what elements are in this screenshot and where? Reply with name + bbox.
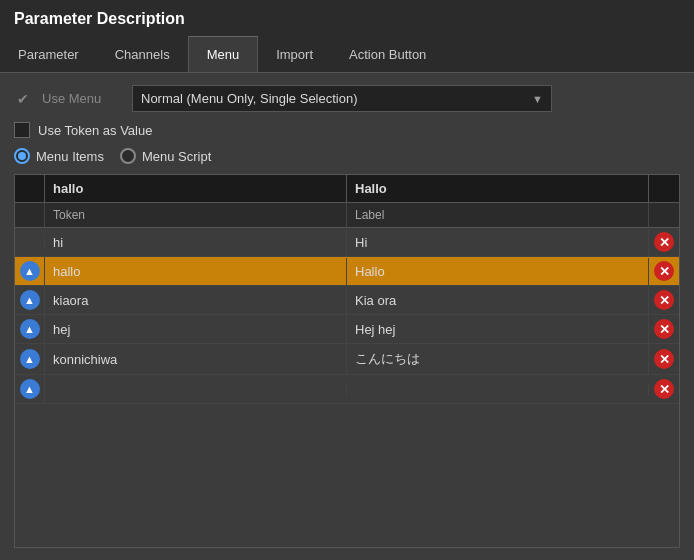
row-label-cell: [347, 383, 649, 395]
row-token-cell: konnichiwa: [45, 346, 347, 373]
menu-script-radio-button[interactable]: [120, 148, 136, 164]
menu-items-radio-button[interactable]: [14, 148, 30, 164]
row-label-cell: Hallo: [347, 258, 649, 285]
row-token-cell: [45, 383, 347, 395]
move-up-button[interactable]: ▲: [20, 379, 40, 399]
menu-items-table: hallo Hallo Token Label hi Hi: [14, 174, 680, 548]
active-label-value: Hallo: [355, 181, 387, 196]
row-token-cell: kiaora: [45, 287, 347, 314]
menu-source-radio-group: Menu Items Menu Script: [14, 148, 680, 164]
active-label-header: Hallo: [347, 175, 649, 202]
use-menu-check-icon: ✔: [14, 90, 32, 108]
active-token-header: hallo: [45, 175, 347, 202]
move-up-button[interactable]: ▲: [20, 319, 40, 339]
window-title: Parameter Description: [0, 0, 694, 36]
table-row[interactable]: ▲ hallo Hallo ✕: [15, 257, 679, 286]
menu-type-dropdown[interactable]: Normal (Menu Only, Single Selection) ▼: [132, 85, 552, 112]
row-delete-cell[interactable]: ✕: [649, 257, 679, 285]
table-body[interactable]: hi Hi ✕ ▲ hallo Hal: [15, 228, 679, 547]
menu-tab-content: ✔ Use Menu Normal (Menu Only, Single Sel…: [0, 73, 694, 560]
menu-items-radio-option[interactable]: Menu Items: [14, 148, 104, 164]
delete-row-button[interactable]: ✕: [654, 349, 674, 369]
move-up-button[interactable]: ▲: [20, 261, 40, 281]
table-row[interactable]: ▲ kiaora Kia ora ✕: [15, 286, 679, 315]
menu-items-radio-label: Menu Items: [36, 149, 104, 164]
row-up-icon-cell[interactable]: ▲: [15, 315, 45, 343]
col-header-action: [649, 203, 679, 227]
row-label-cell: Kia ora: [347, 287, 649, 314]
row-up-icon-cell[interactable]: ▲: [15, 286, 45, 314]
tab-import[interactable]: Import: [258, 36, 331, 72]
row-delete-cell[interactable]: ✕: [649, 375, 679, 403]
row-up-icon-cell[interactable]: ▲: [15, 345, 45, 373]
col-header-label: Label: [347, 203, 649, 227]
row-delete-cell[interactable]: ✕: [649, 315, 679, 343]
table-row[interactable]: ▲ konnichiwa こんにちは ✕: [15, 344, 679, 375]
dropdown-value: Normal (Menu Only, Single Selection): [141, 91, 358, 106]
table-column-headers: Token Label: [15, 203, 679, 228]
tab-channels[interactable]: Channels: [97, 36, 188, 72]
row-token-cell: hej: [45, 316, 347, 343]
row-label-cell: Hej hej: [347, 316, 649, 343]
use-menu-row: ✔ Use Menu Normal (Menu Only, Single Sel…: [14, 85, 680, 112]
dropdown-arrow-icon: ▼: [532, 93, 543, 105]
title-text: Parameter Description: [14, 10, 185, 27]
menu-script-radio-option[interactable]: Menu Script: [120, 148, 211, 164]
row-token-cell: hallo: [45, 258, 347, 285]
delete-row-button[interactable]: ✕: [654, 379, 674, 399]
tab-menu[interactable]: Menu: [188, 36, 259, 72]
use-menu-label: Use Menu: [42, 91, 122, 106]
row-up-icon-cell[interactable]: ▲: [15, 375, 45, 403]
active-header-spacer: [15, 175, 45, 202]
col-header-token: Token: [45, 203, 347, 227]
delete-row-button[interactable]: ✕: [654, 290, 674, 310]
row-delete-cell[interactable]: ✕: [649, 228, 679, 256]
use-token-label: Use Token as Value: [38, 123, 152, 138]
active-token-value: hallo: [53, 181, 83, 196]
table-row-add[interactable]: ▲ ✕: [15, 375, 679, 404]
delete-row-button[interactable]: ✕: [654, 232, 674, 252]
row-label-cell: こんにちは: [347, 344, 649, 374]
use-token-row: Use Token as Value: [14, 122, 680, 138]
tab-bar: Parameter Channels Menu Import Action Bu…: [0, 36, 694, 73]
row-delete-cell[interactable]: ✕: [649, 345, 679, 373]
row-token-cell: hi: [45, 229, 347, 256]
delete-row-button[interactable]: ✕: [654, 319, 674, 339]
row-up-icon-cell: [15, 238, 45, 246]
row-label-cell: Hi: [347, 229, 649, 256]
tab-parameter[interactable]: Parameter: [0, 36, 97, 72]
table-row[interactable]: hi Hi ✕: [15, 228, 679, 257]
tab-action-button[interactable]: Action Button: [331, 36, 444, 72]
row-delete-cell[interactable]: ✕: [649, 286, 679, 314]
menu-script-radio-label: Menu Script: [142, 149, 211, 164]
move-up-button[interactable]: ▲: [20, 349, 40, 369]
row-up-icon-cell[interactable]: ▲: [15, 257, 45, 285]
use-token-checkbox[interactable]: [14, 122, 30, 138]
active-action-header: [649, 175, 679, 202]
parameter-description-window: Parameter Description Parameter Channels…: [0, 0, 694, 560]
table-row[interactable]: ▲ hej Hej hej ✕: [15, 315, 679, 344]
delete-row-button[interactable]: ✕: [654, 261, 674, 281]
active-item-header: hallo Hallo: [15, 175, 679, 203]
move-up-button[interactable]: ▲: [20, 290, 40, 310]
col-header-spacer: [15, 203, 45, 227]
